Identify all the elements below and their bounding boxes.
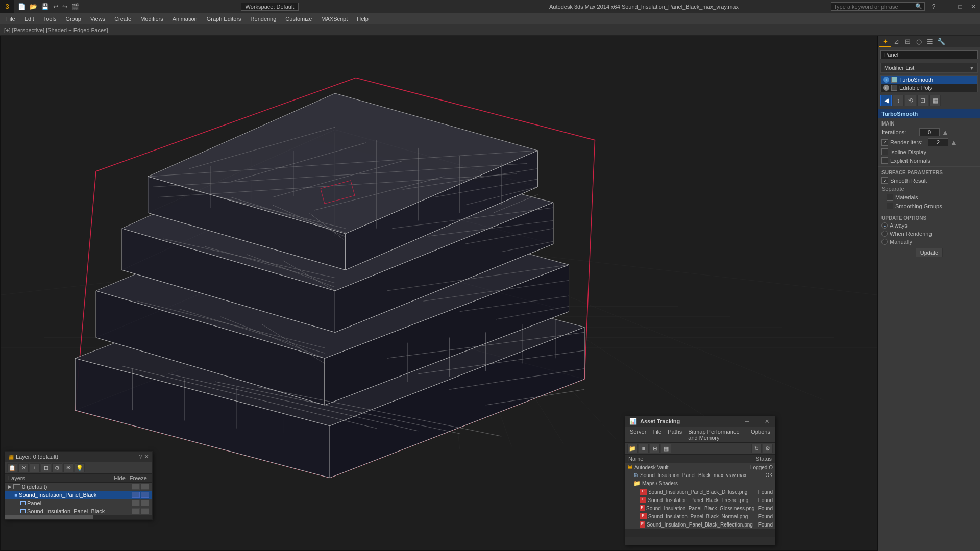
asset-tool-1[interactable]: 📁	[627, 444, 638, 453]
workspace-selector[interactable]: Workspace: Default	[241, 3, 299, 11]
ts-render-iters-checkbox[interactable]	[881, 139, 888, 146]
asset-row-diffuse[interactable]: P Sound_Insulation_Panel_Black_Diffuse.p…	[625, 488, 775, 496]
turbosmooth-checkbox[interactable]	[891, 77, 897, 83]
asset-row-maps[interactable]: 📁 Maps / Shaders	[625, 479, 775, 488]
undo-icon[interactable]: ↩	[52, 3, 60, 11]
help-icon[interactable]: ?	[927, 0, 940, 13]
layer-visible-btn[interactable]: 👁	[63, 463, 74, 472]
ts-explicit-normals-checkbox[interactable]	[881, 157, 888, 164]
layers-panel-close[interactable]: ✕	[144, 453, 149, 460]
asset-minimize-btn[interactable]: ─	[744, 418, 751, 424]
menu-animation[interactable]: Animation	[168, 15, 202, 23]
tab-create[interactable]: ✦	[879, 37, 891, 47]
asset-row-fresnel[interactable]: P Sound_Insulation_Panel_Black_Fresnel.p…	[625, 496, 775, 504]
search-box[interactable]: 🔍	[831, 2, 925, 11]
asset-tool-settings[interactable]: ⚙	[763, 444, 773, 453]
ts-render-iters-input[interactable]	[928, 138, 948, 146]
ts-iterations-up[interactable]: ▲	[942, 128, 949, 136]
minimize-button[interactable]: ─	[940, 0, 953, 13]
layers-scroll-thumb[interactable]	[5, 515, 93, 519]
menu-group[interactable]: Group	[61, 15, 85, 23]
tab-utilities[interactable]: 🔧	[936, 37, 947, 47]
open-icon[interactable]: 📂	[28, 3, 39, 11]
viewport-3d[interactable]: Total Polys: 12,252 Tris: 12,252 Edges: …	[0, 36, 878, 551]
asset-tool-4[interactable]: ▦	[661, 444, 671, 453]
render-icon[interactable]: 🎬	[70, 3, 81, 11]
menu-file[interactable]: File	[2, 15, 19, 23]
asset-menu-paths[interactable]: Paths	[665, 428, 684, 441]
asset-menu-server[interactable]: Server	[627, 428, 649, 441]
menu-views[interactable]: Views	[86, 15, 109, 23]
asset-menu-bitmap[interactable]: Bitmap Performance and Memory	[685, 428, 747, 441]
maximize-button[interactable]: □	[953, 0, 967, 13]
layer-item-panel[interactable]: Panel	[5, 499, 152, 507]
menu-create[interactable]: Create	[110, 15, 135, 23]
asset-restore-btn[interactable]: □	[753, 418, 760, 424]
layer-item-sound-sub[interactable]: Sound_Insulation_Panel_Black	[5, 507, 152, 515]
layers-hide-btn[interactable]: Hide	[112, 475, 128, 481]
modifier-editpoly[interactable]: E Editable Poly	[881, 84, 977, 92]
menu-graph-editors[interactable]: Graph Editors	[203, 15, 246, 23]
asset-row-glossiness[interactable]: P Sound_Insulation_Panel_Black_Glossines…	[625, 504, 775, 512]
layers-freeze-btn[interactable]: Freeze	[128, 475, 149, 481]
asset-menu-options[interactable]: Options	[748, 428, 773, 441]
layer-delete-btn[interactable]: ✕	[18, 463, 29, 472]
asset-close-btn[interactable]: ✕	[763, 418, 771, 425]
layer-merge-btn[interactable]: ⊞	[41, 463, 51, 472]
menu-maxscript[interactable]: MAXScript	[317, 15, 352, 23]
tab-motion[interactable]: ◷	[913, 37, 924, 47]
tool-move[interactable]: ↕	[893, 95, 904, 106]
layers-panel-help[interactable]: ?	[139, 454, 142, 460]
tool-rotate[interactable]: ⟲	[905, 95, 916, 106]
tab-display[interactable]: ☰	[924, 37, 936, 47]
modifier-turbosmooth[interactable]: T TurboSmooth	[881, 76, 977, 84]
ts-smoothing-groups-checkbox[interactable]	[887, 203, 893, 209]
asset-scrollbar-v[interactable]	[625, 533, 775, 537]
window-controls: ? ─ □ ✕	[927, 0, 980, 13]
modifier-list-header[interactable]: Modifier List ▼	[880, 63, 978, 73]
tool-scale[interactable]: ⊡	[917, 95, 928, 106]
asset-row-max[interactable]: 🗎 Sound_Insulation_Panel_Black_max_vray.…	[625, 471, 775, 479]
ts-smooth-result-checkbox[interactable]	[881, 177, 888, 184]
ts-always-radio[interactable]	[881, 222, 888, 229]
layer-item-default[interactable]: ▶ 0 (default)	[5, 483, 152, 491]
tab-hierarchy[interactable]: ⊞	[902, 37, 913, 47]
asset-row-reflection[interactable]: P Sound_Insulation_Panel_Black_Reflectio…	[625, 520, 775, 529]
asset-menu-file[interactable]: File	[650, 428, 664, 441]
layer-new-btn[interactable]: 📋	[7, 463, 17, 472]
tool-pin[interactable]: ◀	[880, 95, 892, 106]
editpoly-checkbox[interactable]	[891, 85, 897, 91]
menu-modifiers[interactable]: Modifiers	[136, 15, 167, 23]
ts-isoline-checkbox[interactable]	[881, 148, 888, 155]
ts-iterations-input[interactable]	[919, 128, 940, 136]
asset-tool-3[interactable]: ⊞	[650, 444, 660, 453]
layer-settings-btn[interactable]: ⚙	[52, 463, 62, 472]
asset-tool-2[interactable]: ≡	[639, 444, 649, 453]
save-icon[interactable]: 💾	[40, 3, 51, 11]
ts-when-rendering-radio[interactable]	[881, 231, 888, 237]
ts-update-button[interactable]: Update	[916, 248, 943, 257]
asset-tool-refresh[interactable]: ↻	[751, 444, 762, 453]
tab-modify[interactable]: ⊿	[891, 37, 902, 47]
asset-row-vault[interactable]: 🏛 Autodesk Vault Logged O	[625, 463, 775, 471]
search-input[interactable]	[834, 4, 915, 10]
layer-add-btn[interactable]: +	[30, 463, 40, 472]
asset-row-normal[interactable]: P Sound_Insulation_Panel_Black_Normal.pn…	[625, 512, 775, 520]
new-icon[interactable]: 📄	[16, 3, 27, 11]
close-button[interactable]: ✕	[967, 0, 980, 13]
viewport-label-text[interactable]: [+] [Perspective] [Shaded + Edged Faces]	[4, 27, 108, 33]
asset-scrollbar-h[interactable]	[625, 529, 775, 533]
menu-rendering[interactable]: Rendering	[247, 15, 281, 23]
layer-item-panel-black[interactable]: ■ Sound_Insulation_Panel_Black	[5, 491, 152, 499]
menu-help[interactable]: Help	[353, 15, 373, 23]
tool-render[interactable]: ▦	[929, 95, 941, 106]
ts-materials-checkbox[interactable]	[887, 194, 893, 201]
menu-customize[interactable]: Customize	[281, 15, 316, 23]
layer-light-btn[interactable]: 💡	[75, 463, 85, 472]
redo-icon[interactable]: ↪	[61, 3, 69, 11]
ts-manually-radio[interactable]	[881, 239, 888, 245]
menu-tools[interactable]: Tools	[39, 15, 61, 23]
menu-edit[interactable]: Edit	[20, 15, 38, 23]
ts-render-up[interactable]: ▲	[950, 138, 958, 146]
layers-scrollbar[interactable]	[5, 515, 152, 519]
